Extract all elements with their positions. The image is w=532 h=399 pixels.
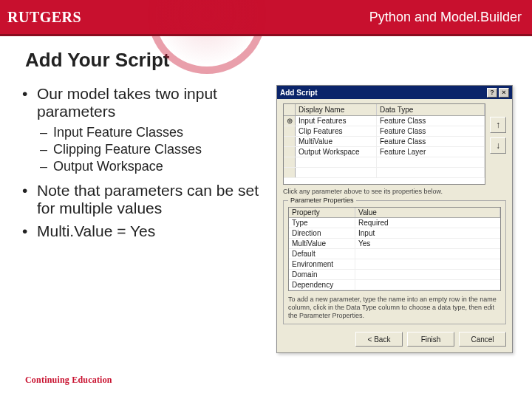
header: RUTGERS Python and Model.Builder xyxy=(0,0,532,34)
content: Our model takes two input parameters Inp… xyxy=(0,72,532,353)
prop-header-property: Property xyxy=(289,208,355,217)
table-row[interactable]: Dependency xyxy=(289,280,500,290)
dialog-body: Display Name Data Type ⊕ Input Features … xyxy=(277,99,512,352)
grid-header-display-name: Display Name xyxy=(296,104,377,115)
table-row[interactable]: TypeRequired xyxy=(289,218,500,228)
header-title: Python and Model.Builder xyxy=(369,10,522,25)
bullet-1c: Output Workspace xyxy=(22,159,273,174)
table-row[interactable]: Default xyxy=(289,249,500,259)
back-button[interactable]: < Back xyxy=(355,332,403,347)
move-down-button[interactable]: ↓ xyxy=(490,137,506,154)
logo: RUTGERS xyxy=(7,9,81,26)
table-row[interactable]: MultiValue Feature Class xyxy=(284,137,485,147)
table-row[interactable]: ⊕ Input Features Feature Class xyxy=(284,116,485,126)
bullet-1b: Clipping Feature Classes xyxy=(22,142,273,157)
table-row[interactable]: Domain xyxy=(289,270,500,280)
finish-button[interactable]: Finish xyxy=(407,332,454,347)
bullet-1a: Input Feature Classes xyxy=(22,125,273,140)
cancel-button[interactable]: Cancel xyxy=(459,332,506,347)
fieldset-legend: Parameter Properties xyxy=(288,197,356,204)
bullet-2: Note that parameters can be set for mult… xyxy=(22,182,273,217)
grid-header-data-type: Data Type xyxy=(377,104,485,115)
add-script-dialog: Add Script ? × Display Name Data Type xyxy=(276,85,513,353)
close-icon[interactable]: × xyxy=(499,88,509,98)
bullet-3: Multi.Value = Yes xyxy=(22,222,273,240)
dialog-column: Add Script ? × Display Name Data Type xyxy=(273,85,523,353)
titlebar[interactable]: Add Script ? × xyxy=(277,86,512,99)
properties-grid[interactable]: Property Value TypeRequired DirectionInp… xyxy=(288,207,501,291)
table-row[interactable]: Output Workspace Feature Layer xyxy=(284,147,485,157)
table-row[interactable]: Environment xyxy=(289,259,500,270)
prop-header-value: Value xyxy=(355,208,500,217)
footer: Continuing Education xyxy=(25,375,112,386)
hint-text-2: To add a new parameter, type the name in… xyxy=(288,296,501,319)
slide-title: Add Your Script xyxy=(25,49,532,72)
table-row[interactable]: Clip Features Feature Class xyxy=(284,126,485,137)
row-marker-icon: ⊕ xyxy=(284,116,296,126)
bullet-list: Our model takes two input parameters Inp… xyxy=(22,85,273,240)
hint-text: Click any parameter above to see its pro… xyxy=(283,188,506,195)
table-row[interactable]: DirectionInput xyxy=(289,228,500,239)
text-column: Our model takes two input parameters Inp… xyxy=(22,85,273,353)
parameter-properties-fieldset: Parameter Properties Property Value Type… xyxy=(283,197,506,324)
help-icon[interactable]: ? xyxy=(487,88,497,98)
bullet-1: Our model takes two input parameters xyxy=(22,85,273,120)
table-row[interactable]: MultiValueYes xyxy=(289,239,500,249)
dialog-title: Add Script xyxy=(280,89,318,97)
parameter-grid[interactable]: Display Name Data Type ⊕ Input Features … xyxy=(283,103,485,185)
move-up-button[interactable]: ↑ xyxy=(490,117,506,133)
